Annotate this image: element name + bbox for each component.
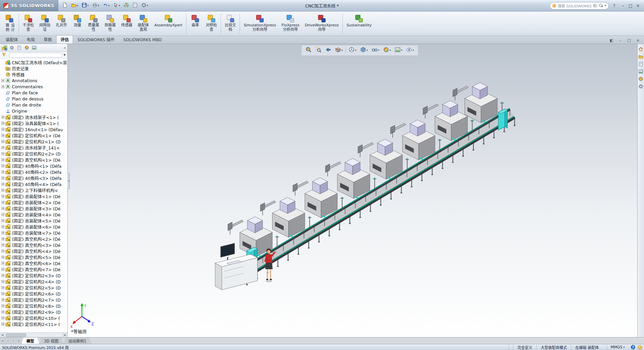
- scroll-thumb[interactable]: [6, 333, 26, 337]
- dimxpertmanager-tab[interactable]: [24, 45, 30, 51]
- expand-toggle[interactable]: +: [1, 207, 4, 210]
- driveworksxpress-button[interactable]: DriveWorksXpress向导: [302, 13, 341, 35]
- graphics-viewport[interactable]: ▾▾▾▾▾▾▾: [68, 44, 637, 337]
- maximize-button[interactable]: □: [627, 2, 634, 9]
- feature-tree-item[interactable]: +ACommentaires: [0, 84, 67, 90]
- view-settings-button[interactable]: ▾: [405, 46, 415, 55]
- hide-show-button[interactable]: ▾: [371, 46, 380, 55]
- feature-tree-item[interactable]: +(固定) 40角码<4> (Défa: [0, 181, 67, 187]
- undo-button[interactable]: ▾: [101, 1, 111, 10]
- expand-toggle[interactable]: +: [1, 237, 4, 240]
- design-study-button[interactable]: 设计算例: [1, 13, 18, 35]
- feature-tree-root[interactable]: CNC加工流水线 (Défaut<显: [0, 59, 67, 65]
- interference-detection-button[interactable]: 干涉检查: [20, 13, 37, 35]
- feature-tree-item[interactable]: +(固定) 流水线架子_141<: [0, 144, 67, 150]
- bottom-tab-3d-视图[interactable]: 3D 视图: [39, 337, 64, 344]
- expand-toggle[interactable]: +: [1, 225, 4, 228]
- rebuild-button[interactable]: [122, 1, 130, 10]
- minimize-button[interactable]: –: [620, 2, 626, 9]
- search-icon[interactable]: [599, 4, 603, 8]
- command-tab-草图[interactable]: 草图: [39, 35, 56, 44]
- close-button[interactable]: ×: [635, 2, 641, 9]
- feature-tree-item[interactable]: +AAnnotations: [0, 77, 67, 84]
- doc-minimize-button[interactable]: –: [618, 38, 623, 43]
- appearance-caret-icon[interactable]: ▾: [390, 49, 391, 52]
- open-button[interactable]: ▾: [70, 1, 80, 10]
- expand-toggle[interactable]: +: [1, 177, 4, 180]
- first-sheet-button[interactable]: «: [0, 337, 5, 344]
- status-help-icon[interactable]: ?: [631, 345, 635, 349]
- feature-tree-item[interactable]: +(固定) 定位机构2<11> (: [0, 321, 67, 327]
- feature-tree-item[interactable]: +(固定) 治具装配体<1> (: [0, 120, 67, 126]
- expand-toggle[interactable]: +: [1, 201, 4, 204]
- feature-tree-item[interactable]: +(固定) 定位机构2<6> (D: [0, 290, 67, 297]
- expand-toggle[interactable]: +: [1, 256, 4, 259]
- feature-tree-item[interactable]: +(固定) 总装配体<2> (Dé: [0, 199, 67, 205]
- filter-caret-icon[interactable]: ▼: [64, 53, 66, 56]
- expand-toggle[interactable]: +: [1, 298, 4, 301]
- filter-funnel-icon[interactable]: [2, 52, 7, 57]
- command-tab-solidworks-mbd[interactable]: SOLIDWORKS MBD: [119, 36, 166, 44]
- expand-toggle[interactable]: +: [1, 219, 4, 222]
- featuremanager-tree-tab[interactable]: [1, 45, 7, 51]
- feature-tree-item[interactable]: +(固定) 40角码<3> (Défa: [0, 175, 67, 181]
- bottom-tab-模型[interactable]: 模型: [22, 337, 39, 344]
- feature-tree-item[interactable]: +(固定) 上下料循环机构<: [0, 187, 67, 193]
- expand-toggle[interactable]: +: [1, 140, 4, 143]
- symmetry-check-button[interactable]: 对称检查: [203, 13, 220, 35]
- fm-tabs-overflow-button[interactable]: »: [64, 46, 66, 50]
- feature-tree-item[interactable]: +(固定) 定位机构2<9> (D: [0, 309, 67, 315]
- task-pane-file-explorer-tab[interactable]: [638, 62, 644, 67]
- feature-tree-item[interactable]: +(固定) 流水线架子<1> (: [0, 114, 67, 120]
- appearance-button[interactable]: ▾: [382, 46, 392, 55]
- doc-restore-button[interactable]: □: [626, 38, 632, 43]
- expand-toggle[interactable]: +: [1, 189, 4, 192]
- expand-toggle[interactable]: +: [1, 213, 4, 216]
- expand-toggle[interactable]: +: [1, 79, 4, 82]
- file-properties-button[interactable]: [131, 1, 139, 10]
- expand-toggle[interactable]: +: [1, 158, 4, 161]
- expand-toggle[interactable]: +: [1, 280, 4, 283]
- sensors-button[interactable]: 传感器: [118, 13, 135, 35]
- section-properties-button[interactable]: 剖面属性: [102, 13, 118, 35]
- feature-tree-item[interactable]: +(固定) 定位机构2<1> (D: [0, 138, 67, 144]
- task-pane-appearances-scenes-tab[interactable]: [638, 76, 644, 82]
- help-button[interactable]: ?: [611, 2, 618, 9]
- expand-toggle[interactable]: +: [1, 146, 4, 149]
- view-orient-caret-icon[interactable]: ▾: [355, 49, 356, 52]
- floxpress-button[interactable]: FloXpress分析向导: [279, 13, 302, 35]
- expand-toggle[interactable]: +: [1, 170, 4, 173]
- end-control-panel[interactable]: [498, 109, 508, 130]
- command-tab-布局[interactable]: 布局: [22, 35, 39, 44]
- search-caret-icon[interactable]: ▾: [605, 4, 606, 7]
- tree-filter-input[interactable]: [9, 53, 62, 57]
- expand-toggle[interactable]: +: [1, 274, 4, 277]
- feature-tree-item[interactable]: +(固定) 定位机构2<7> (D: [0, 297, 67, 303]
- next-sheet-button[interactable]: ›: [11, 337, 16, 344]
- feature-tree-item[interactable]: +(固定) 总装配体<7> (Dé: [0, 230, 67, 236]
- display-style-caret-icon[interactable]: ▾: [367, 49, 368, 52]
- save-caret-icon[interactable]: ▾: [87, 4, 89, 7]
- feature-tree-item[interactable]: +(固定) 真空机构<5> (Dé: [0, 254, 67, 260]
- feature-tree-item[interactable]: Plan de droite: [0, 102, 67, 108]
- feature-tree-item[interactable]: +(固定) 定位机构2<5> (D: [0, 284, 67, 290]
- task-pane-custom-properties-tab[interactable]: [638, 84, 644, 89]
- feature-tree-item[interactable]: +(固定) 真空机构<6> (Dé: [0, 260, 67, 266]
- display-pane-toggle[interactable]: ◧: [609, 38, 614, 43]
- expand-toggle[interactable]: +: [1, 152, 4, 155]
- view-settings-caret-icon[interactable]: ▾: [413, 49, 414, 52]
- expand-toggle[interactable]: +: [1, 195, 4, 198]
- units-selector[interactable]: MMGS ▾: [607, 345, 628, 349]
- configurationmanager-tab[interactable]: [16, 45, 22, 51]
- scroll-right-arrow[interactable]: ►: [63, 333, 67, 337]
- expand-toggle[interactable]: +: [1, 292, 4, 295]
- displaymanager-tab[interactable]: [31, 45, 37, 51]
- expand-toggle[interactable]: +: [1, 116, 4, 119]
- expand-toggle[interactable]: +: [1, 231, 4, 234]
- feature-tree-item[interactable]: +(固定) 定位机构2<8> (D: [0, 303, 67, 309]
- feature-tree-item[interactable]: +(固定) 16nut<1> (Défau: [0, 126, 67, 132]
- expand-toggle[interactable]: +: [1, 268, 4, 271]
- options-button[interactable]: ▾: [140, 1, 150, 10]
- expand-toggle[interactable]: +: [1, 304, 4, 307]
- expand-toggle[interactable]: +: [1, 310, 4, 313]
